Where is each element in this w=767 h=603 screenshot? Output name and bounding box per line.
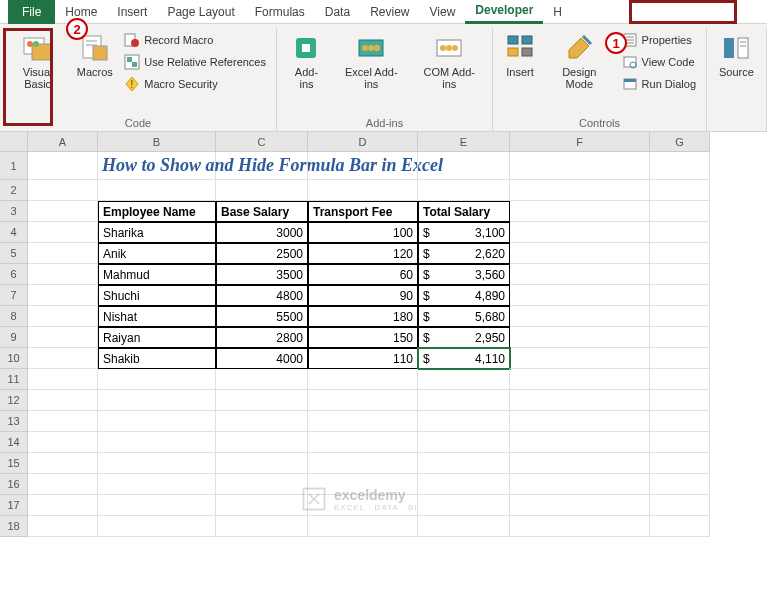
record-macro-button[interactable]: Record Macro: [120, 30, 270, 50]
cell-G4[interactable]: [650, 222, 710, 243]
row-header-6[interactable]: 6: [0, 264, 28, 285]
cell-C12[interactable]: [216, 390, 308, 411]
row-header-12[interactable]: 12: [0, 390, 28, 411]
cell-E18[interactable]: [418, 516, 510, 537]
tab-page-layout[interactable]: Page Layout: [157, 0, 244, 24]
row-header-1[interactable]: 1: [0, 152, 28, 180]
cell-C6[interactable]: 3500: [216, 264, 308, 285]
cell-G5[interactable]: [650, 243, 710, 264]
tab-formulas[interactable]: Formulas: [245, 0, 315, 24]
cell-B7[interactable]: Shuchi: [98, 285, 216, 306]
cell-F8[interactable]: [510, 306, 650, 327]
tab-view[interactable]: View: [420, 0, 466, 24]
cell-F13[interactable]: [510, 411, 650, 432]
cell-A10[interactable]: [28, 348, 98, 369]
cell-D6[interactable]: 60: [308, 264, 418, 285]
cell-G14[interactable]: [650, 432, 710, 453]
row-header-2[interactable]: 2: [0, 180, 28, 201]
cell-B17[interactable]: [98, 495, 216, 516]
cell-C10[interactable]: 4000: [216, 348, 308, 369]
cell-G10[interactable]: [650, 348, 710, 369]
macro-security-button[interactable]: ! Macro Security: [120, 74, 270, 94]
cell-B2[interactable]: [98, 180, 216, 201]
cell-C17[interactable]: [216, 495, 308, 516]
cell-F15[interactable]: [510, 453, 650, 474]
cell-B6[interactable]: Mahmud: [98, 264, 216, 285]
cell-B8[interactable]: Nishat: [98, 306, 216, 327]
row-header-14[interactable]: 14: [0, 432, 28, 453]
cell-G7[interactable]: [650, 285, 710, 306]
cell-F9[interactable]: [510, 327, 650, 348]
cell-B13[interactable]: [98, 411, 216, 432]
cell-D9[interactable]: 150: [308, 327, 418, 348]
row-header-15[interactable]: 15: [0, 453, 28, 474]
col-header-A[interactable]: A: [28, 132, 98, 152]
source-button[interactable]: Source: [713, 28, 760, 127]
cell-B16[interactable]: [98, 474, 216, 495]
cell-G13[interactable]: [650, 411, 710, 432]
cell-E17[interactable]: [418, 495, 510, 516]
visual-basic-button[interactable]: Visual Basic: [6, 28, 69, 115]
cell-C2[interactable]: [216, 180, 308, 201]
cell-F14[interactable]: [510, 432, 650, 453]
properties-button[interactable]: Properties: [618, 30, 700, 50]
row-header-17[interactable]: 17: [0, 495, 28, 516]
cell-A15[interactable]: [28, 453, 98, 474]
cell-B4[interactable]: Sharika: [98, 222, 216, 243]
design-mode-button[interactable]: Design Mode: [545, 28, 614, 115]
cell-F2[interactable]: [510, 180, 650, 201]
cell-F3[interactable]: [510, 201, 650, 222]
cell-G3[interactable]: [650, 201, 710, 222]
tab-data[interactable]: Data: [315, 0, 360, 24]
row-header-3[interactable]: 3: [0, 201, 28, 222]
cell-A9[interactable]: [28, 327, 98, 348]
cell-E15[interactable]: [418, 453, 510, 474]
cell-D4[interactable]: 100: [308, 222, 418, 243]
com-addins-button[interactable]: COM Add-ins: [413, 28, 486, 115]
tab-developer[interactable]: Developer: [465, 0, 543, 24]
cell-F11[interactable]: [510, 369, 650, 390]
cell-E16[interactable]: [418, 474, 510, 495]
cell-C14[interactable]: [216, 432, 308, 453]
cell-E3[interactable]: Total Salary: [418, 201, 510, 222]
cell-B14[interactable]: [98, 432, 216, 453]
cell-E10[interactable]: $4,110: [418, 348, 510, 369]
cell-C4[interactable]: 3000: [216, 222, 308, 243]
cell-D8[interactable]: 180: [308, 306, 418, 327]
cell-G15[interactable]: [650, 453, 710, 474]
cell-E2[interactable]: [418, 180, 510, 201]
cell-A18[interactable]: [28, 516, 98, 537]
col-header-G[interactable]: G: [650, 132, 710, 152]
cell-G9[interactable]: [650, 327, 710, 348]
tab-review[interactable]: Review: [360, 0, 419, 24]
cell-A14[interactable]: [28, 432, 98, 453]
use-relative-button[interactable]: Use Relative References: [120, 52, 270, 72]
cell-F10[interactable]: [510, 348, 650, 369]
cell-C3[interactable]: Base Salary: [216, 201, 308, 222]
row-header-13[interactable]: 13: [0, 411, 28, 432]
tab-help[interactable]: H: [543, 0, 572, 24]
cell-B5[interactable]: Anik: [98, 243, 216, 264]
cell-C15[interactable]: [216, 453, 308, 474]
tab-insert[interactable]: Insert: [107, 0, 157, 24]
cell-B12[interactable]: [98, 390, 216, 411]
row-header-18[interactable]: 18: [0, 516, 28, 537]
cell-A8[interactable]: [28, 306, 98, 327]
row-header-8[interactable]: 8: [0, 306, 28, 327]
cell-G8[interactable]: [650, 306, 710, 327]
tab-file[interactable]: File: [8, 0, 55, 24]
col-header-F[interactable]: F: [510, 132, 650, 152]
cell-E4[interactable]: $3,100: [418, 222, 510, 243]
run-dialog-button[interactable]: Run Dialog: [618, 74, 700, 94]
select-all-corner[interactable]: [0, 132, 28, 152]
addins-button[interactable]: Add-ins: [283, 28, 330, 115]
cell-D13[interactable]: [308, 411, 418, 432]
row-header-7[interactable]: 7: [0, 285, 28, 306]
insert-control-button[interactable]: Insert: [499, 28, 541, 115]
cell-E13[interactable]: [418, 411, 510, 432]
cell-D12[interactable]: [308, 390, 418, 411]
cell-F16[interactable]: [510, 474, 650, 495]
cell-D10[interactable]: 110: [308, 348, 418, 369]
row-header-10[interactable]: 10: [0, 348, 28, 369]
macros-button[interactable]: Macros: [73, 28, 116, 115]
